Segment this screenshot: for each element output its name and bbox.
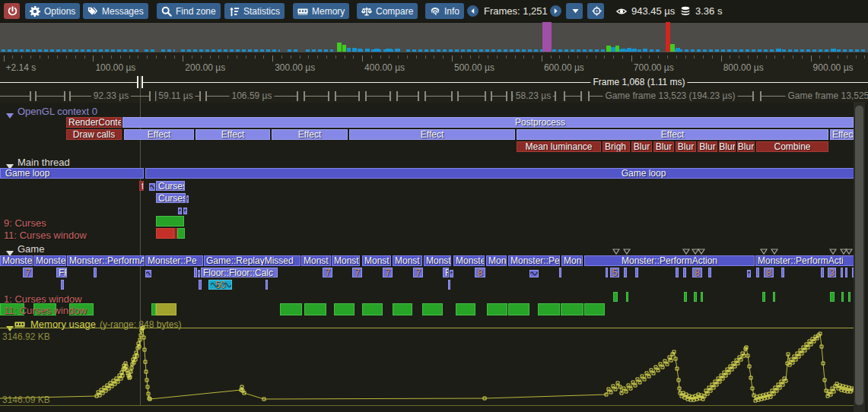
frame-separator-tick bbox=[297, 91, 298, 101]
frame-separator-tick bbox=[506, 91, 507, 101]
frame-separator-tick bbox=[491, 91, 492, 101]
frame-separator-tick bbox=[511, 91, 513, 101]
frame-separator-tick bbox=[396, 91, 398, 101]
scrollbar-thumb[interactable] bbox=[855, 106, 863, 405]
frame-separator-tick bbox=[30, 91, 31, 101]
frame-separator-tick bbox=[389, 91, 391, 101]
frame-separator-tick bbox=[205, 91, 207, 101]
frame-separator-tick bbox=[365, 91, 367, 101]
frame-separator-line bbox=[457, 96, 486, 97]
frame-separator-tick bbox=[304, 91, 305, 101]
frame-separator-tick bbox=[358, 91, 360, 101]
frame-separator-tick bbox=[418, 91, 419, 101]
frame-label[interactable]: 58.23 µs bbox=[513, 90, 553, 101]
frame-separator-tick bbox=[580, 91, 582, 101]
frame-separator-tick bbox=[485, 91, 486, 101]
memory-plot-markers bbox=[95, 326, 855, 402]
frame-separator-line bbox=[491, 96, 507, 97]
tracy-profiler-window: OptionsMessagesFind zoneStatisticsMemory… bbox=[0, 0, 868, 412]
frame-separator-line bbox=[396, 96, 419, 97]
frame-separator-line bbox=[365, 96, 391, 97]
memory-usage-plot bbox=[0, 0, 868, 412]
frame-separator-line bbox=[424, 96, 453, 97]
frame-separator-tick bbox=[451, 91, 453, 101]
frame-separator-line bbox=[564, 96, 582, 97]
frame-label[interactable]: Game frame 13,525 (194.01 µs) bbox=[786, 90, 868, 101]
frame-separator-tick bbox=[424, 91, 426, 101]
frame-separator-line bbox=[335, 96, 360, 97]
frame-separator-tick bbox=[555, 91, 556, 101]
frame-separator-tick bbox=[137, 76, 138, 88]
frame-label[interactable]: 59.11 µs bbox=[156, 90, 195, 101]
frame-separator-tick bbox=[457, 91, 459, 101]
frame-label[interactable]: Game frame 13,523 (194.23 µs) bbox=[603, 90, 738, 101]
frame-separator-line bbox=[0, 96, 31, 97]
frame-label[interactable]: 106.59 µs bbox=[230, 90, 275, 101]
frame-separator-tick bbox=[760, 91, 761, 101]
frame-separator-tick bbox=[35, 91, 37, 101]
frame-separator-tick bbox=[69, 91, 71, 101]
frame-separator-tick bbox=[328, 91, 329, 101]
frame-separator-tick bbox=[335, 91, 336, 101]
frame-separator-tick bbox=[141, 76, 143, 88]
frame-separator-tick bbox=[64, 91, 65, 101]
memory-plot-line bbox=[0, 328, 854, 401]
frame-separator-tick bbox=[199, 91, 201, 101]
frame-label[interactable]: Frame 1,068 (1.11 ms) bbox=[590, 77, 687, 87]
frame-separator-tick bbox=[752, 91, 754, 101]
frame-separator-tick bbox=[149, 91, 151, 101]
frame-separator-line bbox=[304, 96, 329, 97]
frame-separator-tick bbox=[588, 91, 590, 101]
frame-separator-tick bbox=[564, 91, 565, 101]
frame-separator-line bbox=[0, 82, 138, 83]
frame-label[interactable]: 92.33 µs bbox=[91, 90, 131, 101]
frame-separator-line bbox=[141, 82, 868, 83]
frame-separator-line bbox=[35, 96, 65, 97]
